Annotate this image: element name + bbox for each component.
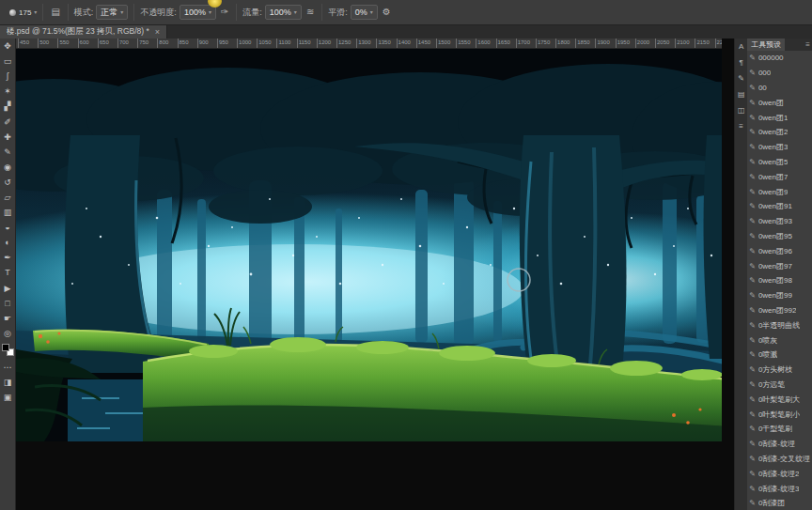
ruler: 4505005506006507007508008509009501000105… (16, 39, 722, 49)
preset-row[interactable]: ✎000 (747, 66, 812, 81)
preset-row[interactable]: ✎0wen团 (747, 95, 812, 110)
preset-row[interactable]: ✎0wen团95 (747, 229, 812, 244)
brush-tool[interactable]: ✎ (0, 145, 15, 160)
document-canvas[interactable] (16, 49, 722, 441)
quick-mask-button[interactable]: ◨ (0, 375, 15, 390)
clone-source-panel-icon[interactable]: ◫ (736, 104, 747, 116)
preset-row[interactable]: ✎0wen团98 (747, 273, 812, 288)
preset-row[interactable]: ✎0刮漆-交叉纹理 (747, 452, 812, 467)
preset-row[interactable]: ✎0wen团91 (747, 199, 812, 214)
right-panel: A¶✎▤◫≡ 工具预设 ≡ ✎000000✎000✎00✎0wen团✎0wen团… (734, 39, 812, 510)
dodge-tool[interactable]: ◐ (0, 235, 15, 250)
brush-preset-icon: ✎ (749, 440, 756, 448)
brush-panel-toggle-icon: ▤ (49, 8, 61, 17)
preset-row[interactable]: ✎00 (747, 81, 812, 96)
ruler-tick: 1350 (376, 39, 396, 48)
preset-row[interactable]: ✎0喷溅 (747, 348, 812, 363)
panel-header: 工具预设 ≡ (747, 39, 812, 51)
preset-row[interactable]: ✎0wen团5 (747, 155, 812, 170)
shape-tool[interactable]: □ (0, 296, 15, 311)
chevron-down-icon: ▾ (34, 9, 37, 15)
preset-label: 000000 (758, 54, 784, 62)
mode-select[interactable]: 正常 ▾ (96, 5, 128, 20)
preset-row[interactable]: ✎0wen团7 (747, 169, 812, 184)
brush-size-value: 175 (19, 8, 31, 17)
preset-row[interactable]: ✎0wen团96 (747, 243, 812, 258)
flow-select[interactable]: 100% ▾ (265, 5, 302, 20)
panel-menu-icon[interactable]: ≡ (805, 40, 812, 49)
preset-row[interactable]: ✎0刮漆-纹理 (747, 437, 812, 452)
clone-stamp-tool[interactable]: ◉ (0, 160, 15, 175)
airbrush-icon[interactable]: ≋ (304, 8, 316, 17)
paragraph-panel-icon[interactable]: ¶ (736, 56, 747, 68)
preset-row[interactable]: ✎0半透明曲线 (747, 317, 812, 332)
preset-row[interactable]: ✎0wen团2 (747, 125, 812, 140)
close-icon[interactable]: × (155, 27, 160, 37)
opacity-label: 不透明度: (140, 7, 177, 19)
smoothing-group: 平滑: 0% ▾ ⚙ (322, 4, 398, 21)
gradient-tool[interactable]: ▥ (0, 205, 15, 220)
character-panel-icon[interactable]: A (736, 40, 747, 52)
color-swatches[interactable] (1, 343, 15, 358)
preset-row[interactable]: ✎0刮漆-纹理2 (747, 466, 812, 481)
libraries-panel-icon[interactable]: ≡ (736, 120, 747, 131)
type-tool[interactable]: T (0, 265, 15, 280)
preset-row[interactable]: ✎0wen团992 (747, 303, 812, 318)
canvas-area[interactable]: 4505005506006507007508008509009501000105… (16, 39, 722, 510)
lasso-tool[interactable]: ʃ (0, 69, 15, 84)
brush-preset-icon: ✎ (749, 99, 756, 107)
tool-presets-tab[interactable]: 工具预设 (747, 39, 785, 51)
eraser-tool[interactable]: ▱ (0, 190, 15, 205)
ruler-tick: 2050 (655, 39, 675, 48)
edit-toolbar-button[interactable]: ⋯ (0, 360, 15, 375)
preset-row[interactable]: ✎0喷灰 (747, 332, 812, 348)
brush-preset-picker[interactable]: 175 ▾ (4, 4, 43, 21)
ruler-tick: 1900 (595, 39, 615, 48)
brushes-panel-icon[interactable]: ▤ (736, 88, 747, 100)
marquee-tool[interactable]: ▭ (0, 54, 15, 69)
history-brush-tool[interactable]: ↺ (0, 175, 15, 190)
preset-row[interactable]: ✎0方头树枝 (747, 363, 812, 378)
preset-row[interactable]: ✎0刮漆-纹理3 (747, 481, 812, 496)
preset-row[interactable]: ✎0方远笔 (747, 378, 812, 393)
magic-wand-tool[interactable]: ✶ (0, 84, 15, 99)
crop-tool[interactable]: ▞ (0, 99, 15, 114)
photoshop-window: 175 ▾ ▤ 模式: 正常 ▾ 不透明度: 100% ▾ ✑ 流量: 100% (0, 0, 812, 510)
preset-label: 0wen团97 (758, 261, 792, 271)
document-tab[interactable]: 楼.psd @ 71.5%(图层 23 拷贝, RGB/8) * × (0, 24, 167, 39)
hand-tool[interactable]: ☛ (0, 311, 15, 326)
preset-label: 0wen团2 (758, 127, 789, 137)
document-title: 楼.psd @ 71.5%(图层 23 拷贝, RGB/8) * (7, 26, 149, 38)
smoothing-select[interactable]: 0% ▾ (351, 5, 378, 20)
preset-row[interactable]: ✎0wen团97 (747, 258, 812, 273)
preset-row[interactable]: ✎0干型笔刷 (747, 422, 812, 437)
path-selection-tool[interactable]: ▶ (0, 281, 15, 296)
opacity-select[interactable]: 100% ▾ (180, 5, 216, 20)
zoom-tool[interactable]: ◎ (0, 326, 15, 341)
brush-preset-icon: ✎ (749, 232, 756, 240)
preset-row[interactable]: ✎0wen团93 (747, 214, 812, 229)
healing-brush-tool[interactable]: ✚ (0, 130, 15, 145)
preset-row[interactable]: ✎0wen团1 (747, 110, 812, 125)
brush-settings-panel-icon[interactable]: ✎ (736, 72, 747, 84)
smoothing-gear-icon[interactable]: ⚙ (381, 8, 393, 17)
move-tool[interactable]: ✥ (0, 39, 15, 54)
brush-panel-toggle-button[interactable]: ▤ (43, 4, 68, 21)
brush-preset-icon: ✎ (749, 470, 756, 478)
foreground-color-swatch[interactable] (2, 344, 9, 351)
pen-tool[interactable]: ✒ (0, 250, 15, 265)
blur-tool[interactable]: ◒ (0, 220, 15, 235)
preset-row[interactable]: ✎0wen团99 (747, 288, 812, 303)
preset-row[interactable]: ✎0刮漆团 (747, 496, 812, 510)
preset-row[interactable]: ✎0wen团3 (747, 140, 812, 155)
preset-row[interactable]: ✎000000 (747, 51, 812, 66)
screen-mode-button[interactable]: ▣ (0, 390, 15, 405)
preset-label: 0刮漆-纹理2 (758, 469, 800, 479)
pressure-opacity-icon[interactable]: ✑ (219, 8, 230, 17)
eyedropper-tool[interactable]: ✐ (0, 114, 15, 129)
preset-label: 0wen团91 (758, 201, 792, 211)
ruler-tick: 2000 (635, 39, 655, 48)
preset-row[interactable]: ✎0叶梨笔刷大 (747, 392, 812, 407)
preset-row[interactable]: ✎0叶梨笔刷小 (747, 407, 812, 422)
preset-row[interactable]: ✎0wen团9 (747, 184, 812, 199)
